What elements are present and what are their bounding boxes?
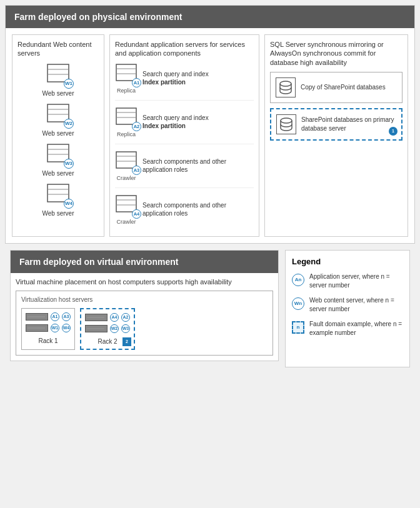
physical-farm-header: Farm deployed on physical environment (6, 6, 414, 28)
mini-badge-a1: A1 (51, 312, 59, 321)
list-item: An Application server, where n = server … (292, 272, 403, 290)
list-item: A1 Replica Search query and index Index … (115, 63, 254, 101)
physical-farm-body: Redundant Web content servers W1 Web ser… (6, 28, 414, 243)
web-server-label-w1: Web server (42, 90, 74, 97)
legend-title: Legend (292, 257, 403, 266)
app-servers-header: Redundant application servers for servic… (115, 40, 254, 58)
sql-copy-box: Copy of SharePoint databases (270, 72, 402, 103)
list-item: A3 Crawler Search components and other a… (115, 151, 254, 188)
svg-rect-15 (116, 108, 136, 124)
list-item: n Fault domain example, where n = exampl… (292, 320, 403, 337)
list-item: A1 A3 (26, 312, 71, 321)
list-item: W4 Web server (18, 183, 99, 217)
app-server-icon-a4: A4 (115, 194, 138, 215)
sql-primary-label: SharePoint databases on primary database… (301, 116, 396, 133)
web-server-icon-w2: W2 (46, 103, 70, 125)
sql-copy-label: Copy of SharePoint databases (301, 83, 386, 92)
legend-fault-icon: n (292, 321, 304, 334)
web-server-icon-w1: W1 (46, 63, 70, 85)
list-item: A2 Replica Search query and index Index … (115, 107, 254, 144)
sql-primary-box: SharePoint databases on primary database… (270, 108, 402, 141)
web-badge-w3: W3 (64, 159, 74, 169)
mini-badge-w2: W2 (110, 324, 119, 333)
legend-app-icon: An (292, 274, 304, 286)
web-badge-w4: W4 (64, 199, 74, 209)
db-primary-icon (276, 114, 296, 134)
list-item: Wn Web content server, where n = server … (292, 296, 403, 314)
sql-header: SQL Server synchronous mirroring or Alwa… (270, 40, 402, 67)
web-servers-column: Redundant Web content servers W1 Web ser… (12, 34, 104, 237)
rack-bar (85, 325, 108, 332)
rack2-servers: A4 A2 W2 W3 (85, 313, 130, 333)
svg-point-24 (280, 81, 291, 86)
app-badge-a1: A1 (132, 78, 141, 87)
app-servers-column: Redundant application servers for servic… (109, 34, 259, 237)
mini-badge-a3: A3 (62, 312, 71, 321)
virtual-farm-body: Virtual machine placement on host comput… (11, 273, 278, 361)
app-role-label-a3: Crawler (116, 175, 136, 181)
rack-row: A1 A3 W1 W4 (21, 308, 268, 350)
sql-column: SQL Server synchronous mirroring or Alwa… (264, 34, 408, 237)
virt-host-box: Virtualization host servers A1 A3 (16, 291, 273, 356)
mini-badge-a2: A2 (121, 313, 130, 322)
list-item: A4 Crawler Search components and other a… (115, 194, 254, 231)
app-badge-a3: A3 (132, 166, 141, 175)
app-text-a1: Search query and index Index partition (142, 70, 209, 86)
svg-rect-12 (116, 64, 136, 81)
physical-farm-section: Farm deployed on physical environment Re… (5, 5, 415, 244)
web-server-icon-w4: W4 (46, 183, 70, 205)
rack1-box: A1 A3 W1 W4 (21, 308, 75, 350)
legend-web-text: Web content server, where n = server num… (309, 296, 403, 314)
bottom-row: Farm deployed on virtual environment Vir… (5, 250, 415, 372)
web-badge-w1: W1 (64, 79, 74, 89)
rack-bar (85, 314, 108, 321)
list-item: W2 W3 (85, 324, 130, 333)
mini-badge-w4: W4 (62, 324, 71, 332)
db-copy-icon (276, 77, 296, 97)
list-item: W1 Web server (18, 63, 99, 97)
virtual-farm-section: Farm deployed on virtual environment Vir… (10, 250, 279, 361)
svg-point-25 (281, 118, 292, 123)
app-text-a3: Search components and other application … (142, 157, 254, 174)
mini-badge-w3: W3 (121, 324, 130, 333)
list-item: A4 A2 (85, 313, 130, 322)
legend-fault-text: Fault domain example, where n = example … (309, 320, 403, 337)
sql-primary-badge: 1 (389, 127, 398, 136)
main-wrapper: Farm deployed on physical environment Re… (0, 0, 420, 377)
rack2-label: Rack 2 (98, 338, 117, 345)
mini-badge-w1: W1 (51, 324, 59, 332)
legend-web-icon: Wn (292, 297, 304, 310)
web-server-label-w4: Web server (42, 210, 74, 217)
web-servers-header: Redundant Web content servers (18, 40, 99, 58)
app-role-label-a2: Replica (117, 131, 136, 137)
app-server-icon-a1: A1 (115, 63, 138, 84)
legend-box: Legend An Application server, where n = … (285, 250, 410, 367)
rack-bar (26, 324, 48, 332)
virt-host-label: Virtualization host servers (21, 296, 268, 303)
app-text-a2: Search query and index Index partition (142, 114, 209, 130)
svg-rect-18 (116, 152, 136, 168)
web-server-icon-w3: W3 (46, 143, 70, 165)
web-badge-w2: W2 (64, 119, 74, 129)
app-role-label-a4: Crawler (116, 219, 136, 225)
rack2-badge: 2 (122, 337, 131, 346)
virtual-farm-header: Farm deployed on virtual environment (11, 251, 278, 273)
app-badge-a4: A4 (132, 209, 141, 219)
svg-rect-21 (116, 196, 136, 212)
app-role-label-a1: Replica (117, 87, 136, 94)
app-badge-a2: A2 (132, 122, 141, 131)
rack1-servers: A1 A3 W1 W4 (26, 312, 71, 332)
app-server-icon-a3: A3 (115, 151, 138, 171)
rack-bar (26, 313, 48, 321)
list-item: W1 W4 (26, 324, 71, 332)
list-item: W2 Web server (18, 103, 99, 137)
app-text-a4: Search components and other application … (142, 201, 254, 217)
mini-badge-a4: A4 (110, 313, 119, 322)
web-server-label-w2: Web server (42, 130, 74, 137)
virtual-sub-header: Virtual machine placement on host comput… (16, 278, 273, 286)
rack1-label: Rack 1 (38, 337, 58, 344)
app-server-icon-a2: A2 (115, 107, 138, 127)
list-item: W3 Web server (18, 143, 99, 177)
web-server-label-w3: Web server (42, 170, 74, 177)
rack2-box: A4 A2 W2 W3 (80, 308, 135, 350)
